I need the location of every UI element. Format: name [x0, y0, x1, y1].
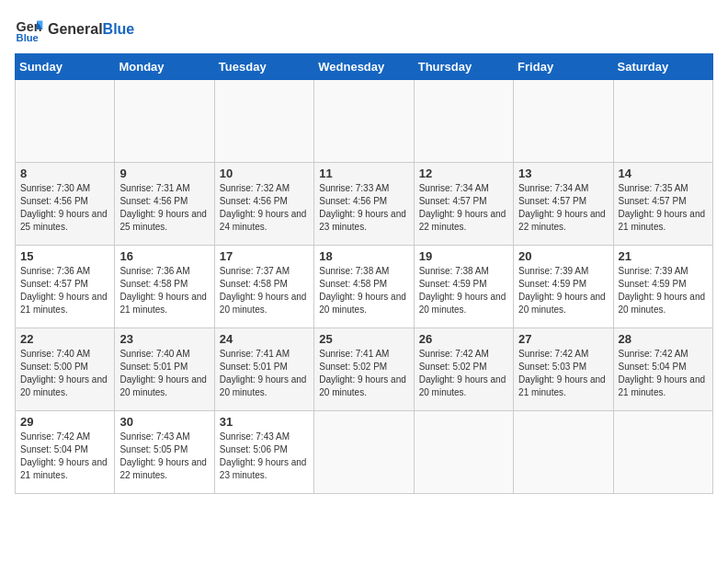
- day-number: 26: [419, 332, 508, 346]
- calendar-cell: 24 Sunrise: 7:41 AM Sunset: 5:01 PM Dayl…: [214, 328, 313, 411]
- header-cell-thursday: Thursday: [414, 54, 513, 80]
- day-number: 21: [619, 249, 708, 263]
- day-info: Sunrise: 7:39 AM Sunset: 4:59 PM Dayligh…: [518, 265, 608, 316]
- day-number: 14: [619, 167, 708, 180]
- week-row-5: 29 Sunrise: 7:42 AM Sunset: 5:04 PM Dayl…: [16, 411, 713, 494]
- day-number: 22: [20, 332, 109, 346]
- day-number: 30: [119, 415, 209, 429]
- day-number: 10: [220, 167, 309, 180]
- calendar-cell: 22 Sunrise: 7:40 AM Sunset: 5:00 PM Dayl…: [16, 328, 115, 411]
- day-number: 20: [518, 249, 608, 263]
- logo: Gen Blue GeneralBlue: [15, 15, 134, 44]
- calendar-cell: [214, 80, 313, 163]
- calendar-cell: 16 Sunrise: 7:36 AM Sunset: 4:58 PM Dayl…: [115, 246, 214, 328]
- day-number: 27: [518, 332, 608, 346]
- logo-text: GeneralBlue: [48, 21, 134, 38]
- calendar-cell: [414, 80, 513, 163]
- header-cell-friday: Friday: [514, 54, 613, 80]
- day-info: Sunrise: 7:30 AM Sunset: 4:56 PM Dayligh…: [20, 182, 109, 234]
- day-info: Sunrise: 7:39 AM Sunset: 4:59 PM Dayligh…: [619, 265, 708, 316]
- calendar-cell: 14 Sunrise: 7:35 AM Sunset: 4:57 PM Dayl…: [613, 163, 712, 246]
- header-cell-monday: Monday: [115, 54, 214, 80]
- day-info: Sunrise: 7:41 AM Sunset: 5:01 PM Dayligh…: [220, 348, 309, 399]
- calendar-cell: 30 Sunrise: 7:43 AM Sunset: 5:05 PM Dayl…: [115, 411, 214, 494]
- day-number: 29: [20, 415, 109, 429]
- week-row-1: [16, 80, 713, 163]
- day-info: Sunrise: 7:42 AM Sunset: 5:04 PM Dayligh…: [20, 431, 109, 482]
- day-info: Sunrise: 7:41 AM Sunset: 5:02 PM Dayligh…: [319, 348, 408, 399]
- day-number: 15: [20, 249, 109, 263]
- calendar-cell: 20 Sunrise: 7:39 AM Sunset: 4:59 PM Dayl…: [514, 246, 613, 328]
- day-number: 9: [119, 167, 209, 180]
- day-info: Sunrise: 7:33 AM Sunset: 4:56 PM Dayligh…: [319, 182, 408, 234]
- day-info: Sunrise: 7:32 AM Sunset: 4:56 PM Dayligh…: [220, 182, 309, 234]
- day-info: Sunrise: 7:40 AM Sunset: 5:00 PM Dayligh…: [20, 348, 109, 399]
- day-number: 19: [419, 249, 508, 263]
- day-info: Sunrise: 7:35 AM Sunset: 4:57 PM Dayligh…: [619, 182, 708, 234]
- day-number: 8: [20, 167, 109, 180]
- day-number: 25: [319, 332, 408, 346]
- day-info: Sunrise: 7:36 AM Sunset: 4:57 PM Dayligh…: [20, 265, 109, 316]
- page-header: Gen Blue GeneralBlue: [15, 15, 713, 44]
- day-number: 24: [220, 332, 309, 346]
- header-cell-wednesday: Wednesday: [314, 54, 414, 80]
- calendar-cell: 9 Sunrise: 7:31 AM Sunset: 4:56 PM Dayli…: [115, 163, 214, 246]
- day-info: Sunrise: 7:43 AM Sunset: 5:06 PM Dayligh…: [220, 431, 309, 482]
- week-row-3: 15 Sunrise: 7:36 AM Sunset: 4:57 PM Dayl…: [16, 246, 713, 328]
- day-info: Sunrise: 7:38 AM Sunset: 4:58 PM Dayligh…: [319, 265, 408, 316]
- week-row-4: 22 Sunrise: 7:40 AM Sunset: 5:00 PM Dayl…: [16, 328, 713, 411]
- calendar-cell: [514, 80, 613, 163]
- day-info: Sunrise: 7:34 AM Sunset: 4:57 PM Dayligh…: [419, 182, 508, 234]
- header-cell-saturday: Saturday: [613, 54, 712, 80]
- calendar-cell: [314, 80, 414, 163]
- day-info: Sunrise: 7:42 AM Sunset: 5:02 PM Dayligh…: [419, 348, 508, 399]
- calendar-cell: 8 Sunrise: 7:30 AM Sunset: 4:56 PM Dayli…: [16, 163, 115, 246]
- calendar-cell: 13 Sunrise: 7:34 AM Sunset: 4:57 PM Dayl…: [514, 163, 613, 246]
- calendar-cell: 21 Sunrise: 7:39 AM Sunset: 4:59 PM Dayl…: [613, 246, 712, 328]
- calendar-cell: [613, 411, 712, 494]
- svg-text:Blue: Blue: [17, 32, 39, 43]
- day-info: Sunrise: 7:40 AM Sunset: 5:01 PM Dayligh…: [119, 348, 209, 399]
- calendar-cell: [16, 80, 115, 163]
- calendar-cell: [613, 80, 712, 163]
- day-number: 31: [220, 415, 309, 429]
- calendar-cell: [414, 411, 513, 494]
- day-number: 18: [319, 249, 408, 263]
- header-cell-sunday: Sunday: [16, 54, 115, 80]
- day-info: Sunrise: 7:34 AM Sunset: 4:57 PM Dayligh…: [518, 182, 608, 234]
- day-number: 13: [518, 167, 608, 180]
- day-number: 16: [119, 249, 209, 263]
- day-info: Sunrise: 7:37 AM Sunset: 4:58 PM Dayligh…: [220, 265, 309, 316]
- calendar-cell: 17 Sunrise: 7:37 AM Sunset: 4:58 PM Dayl…: [214, 246, 313, 328]
- day-info: Sunrise: 7:42 AM Sunset: 5:04 PM Dayligh…: [619, 348, 708, 399]
- calendar-cell: 15 Sunrise: 7:36 AM Sunset: 4:57 PM Dayl…: [16, 246, 115, 328]
- day-number: 11: [319, 167, 408, 180]
- logo-icon: Gen Blue: [15, 15, 44, 44]
- calendar-cell: 11 Sunrise: 7:33 AM Sunset: 4:56 PM Dayl…: [314, 163, 414, 246]
- day-number: 23: [119, 332, 209, 346]
- day-info: Sunrise: 7:42 AM Sunset: 5:03 PM Dayligh…: [518, 348, 608, 399]
- calendar-cell: 23 Sunrise: 7:40 AM Sunset: 5:01 PM Dayl…: [115, 328, 214, 411]
- calendar-cell: 29 Sunrise: 7:42 AM Sunset: 5:04 PM Dayl…: [16, 411, 115, 494]
- week-row-2: 8 Sunrise: 7:30 AM Sunset: 4:56 PM Dayli…: [16, 163, 713, 246]
- calendar-table: SundayMondayTuesdayWednesdayThursdayFrid…: [15, 53, 713, 494]
- day-info: Sunrise: 7:31 AM Sunset: 4:56 PM Dayligh…: [119, 182, 209, 234]
- calendar-cell: 28 Sunrise: 7:42 AM Sunset: 5:04 PM Dayl…: [613, 328, 712, 411]
- day-info: Sunrise: 7:36 AM Sunset: 4:58 PM Dayligh…: [119, 265, 209, 316]
- calendar-cell: 10 Sunrise: 7:32 AM Sunset: 4:56 PM Dayl…: [214, 163, 313, 246]
- header-cell-tuesday: Tuesday: [214, 54, 313, 80]
- day-info: Sunrise: 7:43 AM Sunset: 5:05 PM Dayligh…: [119, 431, 209, 482]
- header-row: SundayMondayTuesdayWednesdayThursdayFrid…: [16, 54, 713, 80]
- day-number: 28: [619, 332, 708, 346]
- calendar-cell: 26 Sunrise: 7:42 AM Sunset: 5:02 PM Dayl…: [414, 328, 513, 411]
- calendar-cell: [514, 411, 613, 494]
- calendar-cell: 27 Sunrise: 7:42 AM Sunset: 5:03 PM Dayl…: [514, 328, 613, 411]
- day-number: 12: [419, 167, 508, 180]
- calendar-cell: [115, 80, 214, 163]
- calendar-cell: [314, 411, 414, 494]
- calendar-cell: 31 Sunrise: 7:43 AM Sunset: 5:06 PM Dayl…: [214, 411, 313, 494]
- calendar-cell: 12 Sunrise: 7:34 AM Sunset: 4:57 PM Dayl…: [414, 163, 513, 246]
- day-info: Sunrise: 7:38 AM Sunset: 4:59 PM Dayligh…: [419, 265, 508, 316]
- calendar-cell: 19 Sunrise: 7:38 AM Sunset: 4:59 PM Dayl…: [414, 246, 513, 328]
- calendar-cell: 18 Sunrise: 7:38 AM Sunset: 4:58 PM Dayl…: [314, 246, 414, 328]
